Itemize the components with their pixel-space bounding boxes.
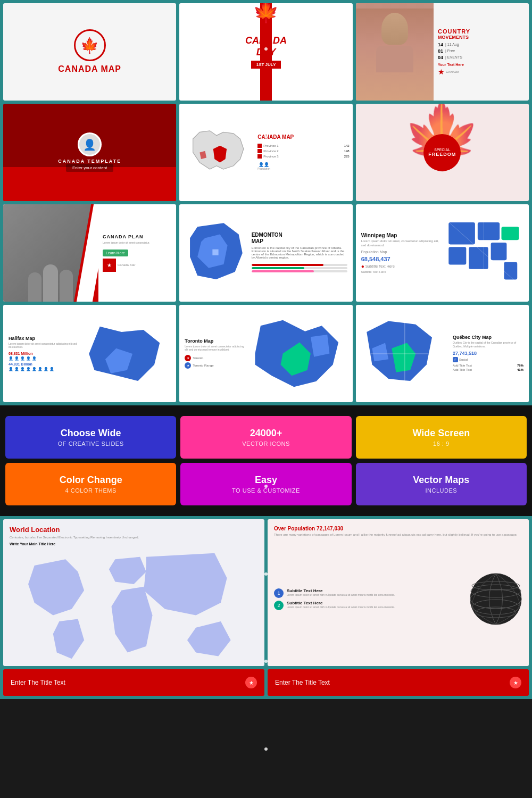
slide-7-title: CANADA PLAN (103, 234, 172, 239)
slide-4-subtitle: Enter your content (66, 164, 113, 172)
slide-6-text: FREEDOM (428, 152, 456, 157)
slide-9-pop: 68,548,437 (361, 256, 440, 262)
svg-rect-3 (449, 247, 467, 264)
slide-12-thumb[interactable]: Québec City Map Québec City is the capit… (356, 305, 529, 402)
pop-title: Over Population 72,147,030 (274, 526, 522, 531)
winnipeg-map-svg (444, 212, 523, 294)
stat-row-3: 04 | EVENTS (438, 55, 525, 60)
slide-3-subtitle: MOVEMENTS (438, 35, 525, 40)
slide-7-thumb[interactable]: CANADA PLAN Lorem ipsum dolor sit amet c… (3, 204, 176, 302)
slide-10-people1: 👤👤👤 👤👤 (9, 356, 79, 361)
slide-12-bar2-label: Add Title Text (453, 368, 472, 371)
sphere-svg (469, 572, 522, 626)
slide-12-bar1-val: 78% (517, 364, 523, 367)
canada-outline-svg (186, 116, 254, 189)
slide-4-thumb[interactable]: 👤 CANADA TEMPLATE Enter your content (3, 104, 176, 201)
stat-3-num: 04 (438, 55, 443, 60)
slide-9-info: Winnipeg Map Lorem ipsum dolor sit amet,… (359, 207, 443, 298)
slide-12-pop: 27,743,518 (453, 351, 523, 356)
slide-9-pop-label: Population Map (361, 250, 440, 254)
footer-slide-2[interactable]: Enter The Title Text ★ (268, 669, 529, 696)
dot-2 (264, 135, 268, 138)
stat-2-label: | Free (445, 49, 455, 53)
slide-12-bar1-label: Add Title Text (453, 364, 472, 367)
slide-6-thumb[interactable]: 🍁 SPECIAL FREEDOM (356, 104, 529, 201)
slide-12-map (359, 308, 451, 399)
quebec-map-svg (361, 313, 448, 395)
dots-divider (263, 0, 269, 798)
slide-6-circle: SPECIAL FREEDOM (423, 134, 461, 171)
sphere-chart (469, 572, 522, 626)
badge-color-change[interactable]: Color Change 4 Color Thems (5, 463, 176, 505)
edmonton-map-svg (186, 214, 246, 292)
slide-10-thumb[interactable]: Halifax Map Lorem ipsum dolor sit amet c… (3, 305, 176, 402)
svg-rect-2 (478, 222, 500, 240)
dot-7 (264, 572, 268, 576)
svg-rect-5 (491, 243, 507, 260)
bottom-slide-population[interactable]: Over Population 72,147,030 There are man… (268, 519, 529, 666)
maple-icon (74, 29, 106, 61)
stat-row-2: 01 | Free (438, 48, 525, 54)
slide-3-thumb[interactable]: COUNTRY MOVEMENTS 14 | 11 Aug 01 | Free … (356, 3, 529, 101)
stat-row-1: 14 | 11 Aug (438, 42, 525, 47)
badge-choose-wide-sub: OF CREATIVE SLIDES (58, 440, 124, 447)
slide-5-info: CANADA MAP Province 1 142 Province 2 198 (257, 107, 349, 198)
badge-vector-maps[interactable]: Vector Maps Includes (356, 463, 527, 505)
halifax-map-svg (84, 313, 171, 395)
badge-color-change-sub: 4 Color Thems (65, 487, 117, 494)
svg-rect-0 (212, 249, 218, 255)
world-map-area (10, 547, 258, 666)
slide-3-photo-placeholder (356, 3, 434, 101)
badge-choose-wide[interactable]: Choose Wide OF CREATIVE SLIDES (5, 416, 176, 459)
slide-10-stat1: 68,831 Million (9, 352, 33, 355)
world-title: World Location (10, 526, 258, 534)
badge-wide-screen-main: Wide Screen (412, 428, 470, 439)
pop-item-2: 2 Subtitle Text Here Lorem ipsum dolor s… (274, 601, 463, 610)
svg-point-12 (470, 573, 521, 625)
dot-1 (264, 47, 268, 51)
slide-5-map (182, 107, 257, 198)
slide-4-title: CANADA TEMPLATE (58, 159, 121, 164)
slide-10-info: Halifax Map Lorem ipsum dolor sit amet c… (6, 308, 81, 399)
badge-wide-screen-sub: 16 : 9 (433, 440, 450, 447)
bottom-slide-world[interactable]: World Location Centuries, but also I've … (3, 519, 264, 666)
slide-7-image (3, 204, 98, 302)
slide-9-thumb[interactable]: Winnipeg Map Lorem ipsum dolor sit amet,… (356, 204, 529, 302)
slide-7-info: CANADA PLAN Lorem ipsum dolor sit amet c… (98, 204, 176, 302)
world-desc: Centuries, but also I've Separated Elect… (10, 535, 258, 539)
slide-3-info: COUNTRY MOVEMENTS 14 | 11 Aug 01 | Free … (434, 3, 529, 101)
slide-9-subtitle: Subtitle Text Here (365, 264, 395, 268)
footer-text-1: Enter The Title Text (11, 679, 65, 686)
slide-3-photo (356, 3, 434, 101)
footer-text-2: Enter The Title Text (275, 679, 330, 686)
slide-1-thumb[interactable]: CANADA MAP (3, 3, 176, 101)
slide-8-map (182, 207, 249, 298)
stat-1-num: 14 (438, 42, 443, 47)
pop-item-1: 1 Subtitle Text Here Lorem ipsum dolor s… (274, 588, 463, 598)
slide-11-subtitle: Toronto Range (193, 364, 213, 367)
slide-12-title: Québec City Map (453, 335, 523, 340)
pop-desc: There are many variations of passages of… (274, 533, 522, 537)
pop-list: 1 Subtitle Text Here Lorem ipsum dolor s… (274, 588, 463, 610)
dot-3 (264, 222, 268, 226)
slide-3-title: COUNTRY (438, 28, 525, 35)
svg-rect-6 (502, 227, 519, 240)
slide-1-title: CANADA MAP (58, 64, 121, 74)
slide-5-title: CANADA MAP (257, 134, 349, 140)
badge-wide-screen[interactable]: Wide Screen 16 : 9 (356, 416, 527, 459)
slide-10-stat2: 44,831 Billion (9, 362, 32, 366)
slide-4-avatar: 👤 (78, 132, 102, 156)
slide-9-title: Winnipeg Map (361, 232, 440, 238)
slide-12-bar2-val: 41% (517, 368, 523, 371)
svg-rect-4 (469, 247, 488, 269)
slide-1-title-main: CANADA (58, 64, 98, 73)
slide-1-title-accent: MAP (101, 64, 121, 73)
slide-11-location: Toronto (193, 356, 203, 360)
world-map (10, 547, 258, 666)
slide-11-info: Toronto Map Lorem ipsum dolor sit amet c… (182, 308, 249, 399)
world-subtitle: Write Your Main Title Here (10, 542, 258, 546)
dot-9 (264, 747, 268, 751)
stat-1-date: | 11 Aug (445, 43, 459, 46)
footer-slide-1[interactable]: Enter The Title Text ★ (3, 669, 264, 696)
badge-vector-maps-main: Vector Maps (413, 475, 469, 486)
